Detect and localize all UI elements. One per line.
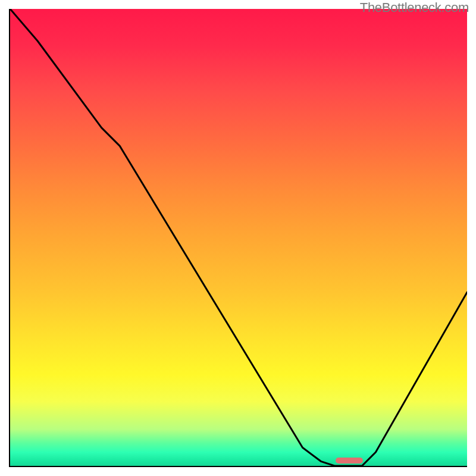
chart-minimum-marker (336, 458, 363, 464)
watermark-text: TheBottleneck.com (360, 0, 469, 15)
plot-area (9, 9, 467, 467)
chart-curve-svg (10, 9, 467, 466)
chart-curve (10, 9, 467, 466)
chart-container: TheBottleneck.com (0, 0, 476, 476)
